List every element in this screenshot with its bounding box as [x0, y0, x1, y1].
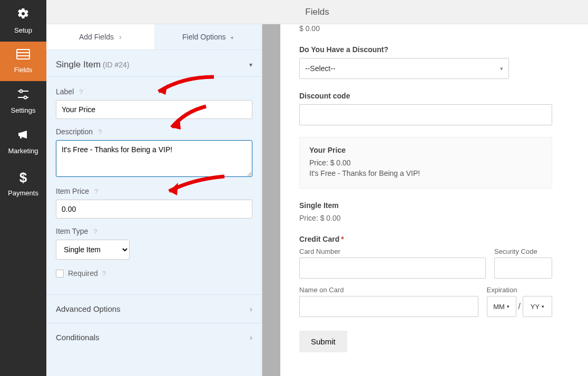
tab-label: Add Fields [79, 33, 114, 41]
item-type-label: Item Type ? [56, 227, 252, 235]
field-title: Single Item [56, 60, 101, 70]
chevron-down-icon[interactable]: ▾ [249, 61, 252, 68]
description-input[interactable] [56, 140, 252, 177]
discount-question-label: Do You Have a Discount? [299, 45, 569, 54]
top-price: $ 0.00 [299, 24, 569, 33]
description-group: Description ? [56, 127, 252, 179]
credit-card-label: Credit Card* [299, 235, 569, 243]
chevron-right-icon: › [119, 33, 122, 41]
your-price-block: Your Price Price: $ 0.00 It's Free - Tha… [299, 137, 552, 189]
help-icon[interactable]: ? [102, 270, 106, 278]
tab-add-fields[interactable]: Add Fields › [46, 24, 154, 50]
name-on-card-label: Name on Card [299, 286, 478, 294]
field-id: (ID #24) [103, 61, 130, 69]
discount-question-group: Do You Have a Discount? --Select-- ▾ [299, 45, 569, 79]
label-input[interactable] [56, 100, 252, 119]
fields-icon [16, 49, 30, 63]
discount-select[interactable]: --Select-- ▾ [299, 58, 509, 79]
item-price-group: Item Price ? [56, 187, 252, 219]
chevron-down-icon: ▾ [507, 304, 509, 309]
nav-label: Settings [11, 106, 36, 114]
nav-marketing[interactable]: Marketing [0, 122, 46, 162]
required-checkbox[interactable] [56, 270, 64, 278]
builder-panel: Add Fields › Field Options ▾ Single Item… [46, 24, 262, 376]
required-label: Required [68, 269, 98, 278]
nav-label: Fields [14, 66, 33, 74]
your-price-header: Your Price [309, 146, 542, 154]
help-icon[interactable]: ? [93, 227, 97, 235]
splitter-bar[interactable] [262, 24, 280, 376]
single-item-price: Price: $ 0.00 [299, 214, 569, 222]
card-number-col: Card Number [299, 248, 486, 279]
options-body: Label ? Description ? Item Price ? [46, 76, 262, 284]
security-code-label: Security Code [494, 248, 552, 255]
security-code-col: Security Code [494, 248, 552, 279]
chevron-right-icon: › [250, 333, 252, 342]
label-group: Label ? [56, 87, 252, 119]
card-number-label: Card Number [299, 248, 486, 255]
required-star: * [341, 235, 344, 243]
exp-year-select[interactable]: YY▾ [523, 296, 552, 317]
svg-point-6 [24, 96, 27, 99]
discount-code-input[interactable] [299, 104, 552, 125]
help-icon[interactable]: ? [79, 88, 83, 96]
credit-card-block: Credit Card* Card Number Security Code N… [299, 235, 569, 317]
security-code-input[interactable] [494, 258, 552, 279]
single-item-header: Single Item [299, 201, 569, 210]
submit-button[interactable]: Submit [299, 331, 347, 352]
chevron-down-icon: ▾ [231, 35, 233, 41]
discount-code-group: Discount code [299, 92, 569, 125]
item-price-label: Item Price ? [56, 187, 252, 195]
help-icon[interactable]: ? [98, 128, 102, 136]
item-type-group: Item Type ? Single Item [56, 227, 252, 260]
single-item-block: Single Item Price: $ 0.00 [299, 201, 569, 222]
required-row: Required ? [56, 269, 252, 278]
sliders-icon [17, 88, 30, 103]
page-title: Fields [305, 7, 329, 17]
dollar-icon: $ [19, 170, 27, 186]
chevron-down-icon: ▾ [500, 65, 503, 72]
chevron-down-icon: ▾ [542, 304, 544, 309]
expiration-label: Expiration [487, 286, 552, 294]
name-on-card-col: Name on Card [299, 286, 478, 317]
builder-tabs: Add Fields › Field Options ▾ [46, 24, 262, 50]
description-label: Description ? [56, 127, 252, 136]
gear-icon [17, 7, 30, 23]
expiration-col: Expiration MM▾ / YY▾ [487, 286, 552, 317]
page-header: Fields [46, 0, 588, 24]
exp-month-select[interactable]: MM▾ [487, 296, 516, 317]
nav-setup[interactable]: Setup [0, 0, 46, 42]
nav-settings[interactable]: Settings [0, 81, 46, 122]
nav-fields[interactable]: Fields [0, 42, 46, 81]
preview-panel: $ 0.00 Do You Have a Discount? --Select-… [280, 24, 588, 376]
your-price-desc: It's Free - Thanks for Being a VIP! [309, 169, 542, 177]
help-icon[interactable]: ? [94, 187, 98, 195]
discount-code-label: Discount code [299, 92, 569, 100]
nav-label: Payments [8, 189, 38, 197]
card-number-input[interactable] [299, 258, 486, 279]
svg-point-4 [20, 90, 23, 93]
svg-rect-0 [17, 50, 30, 59]
name-on-card-input[interactable] [299, 296, 478, 317]
conditionals-row[interactable]: Conditionals › [46, 323, 262, 351]
bullhorn-icon [17, 129, 30, 144]
field-title-row[interactable]: Single Item (ID #24) ▾ [46, 50, 262, 76]
item-type-select[interactable]: Single Item [56, 240, 130, 260]
your-price-value: Price: $ 0.00 [309, 159, 542, 167]
label-label: Label ? [56, 87, 252, 96]
tab-label: Field Options [182, 33, 226, 41]
left-nav: Setup Fields Settings Marketing $ Paymen… [0, 0, 46, 376]
tab-field-options[interactable]: Field Options ▾ [154, 24, 262, 50]
nav-label: Setup [14, 26, 32, 34]
nav-label: Marketing [8, 147, 38, 155]
nav-payments[interactable]: $ Payments [0, 162, 46, 204]
advanced-options-row[interactable]: Advanced Options › [46, 294, 262, 323]
item-price-input[interactable] [56, 200, 252, 219]
chevron-right-icon: › [250, 304, 252, 313]
slash-divider: / [517, 302, 522, 311]
